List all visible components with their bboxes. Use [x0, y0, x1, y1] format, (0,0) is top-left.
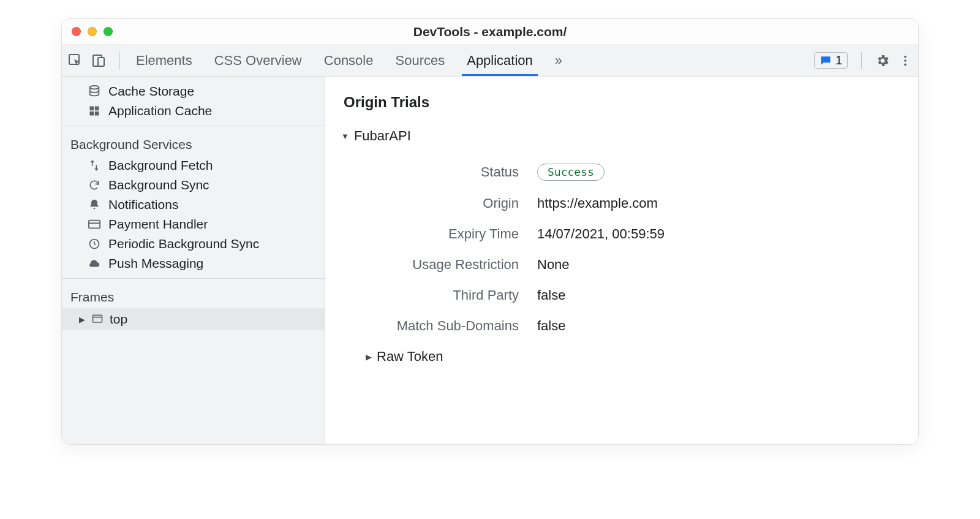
sidebar-item-label: Cache Storage: [108, 84, 194, 99]
tab-css-overview-label: CSS Overview: [214, 53, 302, 69]
frames-group: Frames top: [62, 279, 325, 335]
fetch-icon: [86, 159, 102, 172]
raw-token-label: Raw Token: [377, 349, 443, 365]
frame-label: top: [110, 312, 127, 327]
tab-console-label: Console: [324, 53, 374, 69]
svg-point-4: [904, 59, 907, 62]
sidebar-item-payment-handler[interactable]: Payment Handler: [62, 214, 325, 234]
grid-icon: [86, 105, 102, 117]
svg-rect-8: [95, 107, 99, 111]
tab-elements-label: Elements: [136, 53, 192, 69]
sidebar-item-label: Background Fetch: [108, 158, 213, 173]
row-origin: Origin https://example.com: [378, 188, 900, 219]
trial-item: FubarAPI Status Success Origin https://e…: [341, 128, 900, 365]
sidebar-item-push-messaging[interactable]: Push Messaging: [62, 254, 325, 273]
value: https://example.com: [537, 195, 658, 211]
issues-badge[interactable]: 1: [814, 52, 848, 69]
tab-sources[interactable]: Sources: [384, 45, 456, 76]
value: 14/07/2021, 00:59:59: [537, 226, 665, 242]
tab-sources-label: Sources: [395, 53, 445, 69]
trial-header[interactable]: FubarAPI: [341, 128, 900, 144]
value: false: [537, 287, 565, 303]
inspect-element-icon[interactable]: [68, 53, 83, 68]
trial-details-table: Status Success Origin https://example.co…: [378, 156, 900, 341]
devtools-window: DevTools - example.com/ Elements CSS Ove…: [61, 18, 919, 445]
device-toolbar-icon[interactable]: [91, 53, 106, 68]
issues-count: 1: [835, 53, 842, 67]
svg-rect-2: [98, 58, 104, 66]
svg-rect-11: [89, 221, 100, 229]
collapse-icon: [341, 132, 349, 141]
application-sidebar: Cache Storage Application Cache Backgrou…: [62, 77, 325, 444]
message-icon: [820, 55, 832, 67]
svg-point-6: [90, 86, 99, 89]
group-header: Frames: [62, 284, 325, 308]
svg-point-3: [904, 55, 907, 58]
sidebar-item-notifications[interactable]: Notifications: [62, 195, 325, 214]
svg-rect-14: [93, 315, 102, 322]
row-usage-restriction: Usage Restriction None: [378, 249, 900, 280]
tab-elements[interactable]: Elements: [125, 45, 203, 76]
svg-point-5: [904, 63, 907, 66]
label: Status: [378, 164, 537, 180]
sidebar-item-label: Payment Handler: [108, 217, 208, 232]
value: None: [537, 257, 570, 273]
sidebar-item-label: Application Cache: [108, 104, 212, 118]
sidebar-item-periodic-sync[interactable]: Periodic Background Sync: [62, 234, 325, 254]
value: false: [537, 318, 565, 334]
cloud-icon: [86, 257, 102, 270]
sidebar-item-background-fetch[interactable]: Background Fetch: [62, 156, 325, 175]
window-title: DevTools - example.com/: [62, 25, 918, 39]
raw-token-toggle[interactable]: Raw Token: [366, 349, 900, 365]
row-third-party: Third Party false: [378, 280, 900, 311]
sidebar-item-background-sync[interactable]: Background Sync: [62, 175, 325, 195]
chevron-right-double-icon: »: [555, 53, 562, 69]
tab-console[interactable]: Console: [313, 45, 385, 76]
svg-rect-9: [90, 112, 94, 116]
sidebar-item-label: Notifications: [108, 197, 178, 212]
row-status: Status Success: [378, 156, 900, 188]
titlebar: DevTools - example.com/: [62, 19, 918, 45]
frame-top[interactable]: top: [62, 308, 325, 330]
database-icon: [86, 85, 102, 98]
status-badge: Success: [537, 164, 605, 181]
toolbar-separator: [861, 52, 862, 69]
section-title: Origin Trials: [344, 94, 900, 111]
more-tabs-button[interactable]: »: [544, 45, 573, 76]
main-toolbar: Elements CSS Overview Console Sources Ap…: [62, 45, 918, 77]
frame-icon: [91, 313, 104, 325]
expand-icon: [79, 315, 85, 324]
window-controls: [72, 27, 113, 36]
settings-icon[interactable]: [875, 53, 890, 68]
more-icon[interactable]: [899, 54, 912, 67]
sidebar-item-label: Push Messaging: [108, 256, 203, 271]
svg-rect-7: [90, 107, 94, 111]
svg-rect-10: [95, 112, 99, 116]
label: Match Sub-Domains: [378, 318, 537, 334]
maximize-window-button[interactable]: [104, 27, 113, 36]
row-match-subdomains: Match Sub-Domains false: [378, 311, 900, 341]
row-expiry: Expiry Time 14/07/2021, 00:59:59: [378, 219, 900, 249]
label: Third Party: [378, 287, 537, 303]
tab-application-label: Application: [467, 53, 533, 69]
card-icon: [86, 218, 102, 231]
trial-name: FubarAPI: [354, 128, 411, 144]
sidebar-item-label: Background Sync: [108, 178, 209, 192]
sidebar-item-label: Periodic Background Sync: [108, 237, 259, 251]
group-header: Background Services: [62, 131, 325, 156]
body: Cache Storage Application Cache Backgrou…: [62, 77, 918, 444]
label: Origin: [378, 195, 537, 211]
main-content: Origin Trials FubarAPI Status Success Or…: [325, 77, 918, 444]
tab-css-overview[interactable]: CSS Overview: [203, 45, 313, 76]
tab-application[interactable]: Application: [456, 45, 544, 76]
sidebar-item-application-cache[interactable]: Application Cache: [62, 101, 325, 121]
close-window-button[interactable]: [72, 27, 81, 36]
sidebar-item-cache-storage[interactable]: Cache Storage: [62, 81, 325, 101]
minimize-window-button[interactable]: [88, 27, 97, 36]
cache-group: Cache Storage Application Cache: [62, 77, 325, 126]
label: Usage Restriction: [378, 257, 537, 273]
clock-icon: [86, 238, 102, 250]
label: Expiry Time: [378, 226, 537, 242]
bell-icon: [86, 199, 102, 211]
background-services-group: Background Services Background Fetch Bac…: [62, 126, 325, 279]
